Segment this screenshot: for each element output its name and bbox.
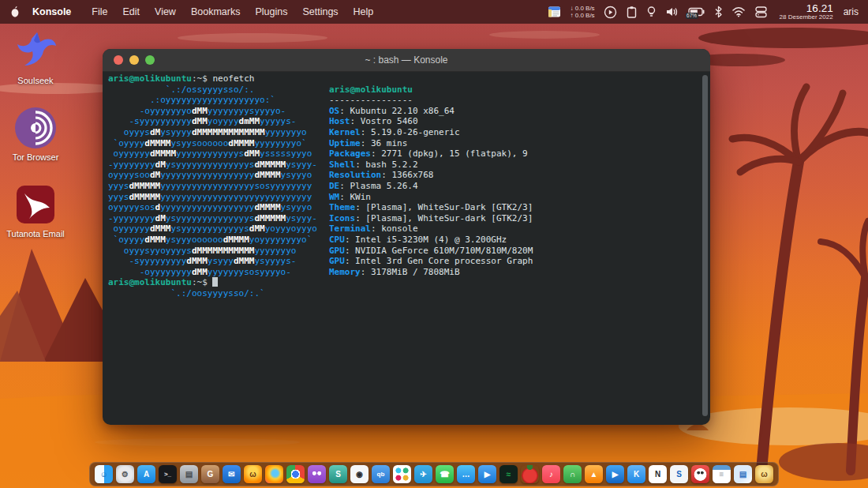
menubar: Konsole FileEditViewBookmarksPluginsSett… bbox=[0, 0, 868, 24]
neofetch-info-row: Kernel: 5.19.0-26-generic bbox=[329, 127, 533, 138]
bluetooth-icon[interactable] bbox=[714, 6, 723, 18]
desktop-icon-column: Soulseek Tor Browser Tutanota Email bbox=[2, 28, 69, 258]
telegram-icon[interactable]: ✈ bbox=[414, 465, 432, 483]
spotify-icon[interactable]: ≈ bbox=[499, 465, 518, 483]
neofetch-info-row: CPU: Intel i5-3230M (4) @ 3.200GHz bbox=[329, 235, 533, 246]
gimp-icon[interactable]: G bbox=[201, 465, 219, 483]
desktop-icon-soulseek[interactable]: Soulseek bbox=[2, 28, 69, 105]
chrome-icon[interactable] bbox=[286, 465, 305, 483]
word-document-icon[interactable]: ▤ bbox=[734, 465, 752, 483]
clipboard-icon[interactable] bbox=[626, 6, 638, 19]
apple-menu-icon[interactable] bbox=[9, 6, 21, 18]
ascii-art-tail: `.:/oosyyyysso/:.` bbox=[108, 288, 265, 299]
vlc-icon[interactable]: ▲ bbox=[585, 465, 603, 483]
qbittorrent-icon[interactable]: qb bbox=[372, 465, 390, 483]
wifi-icon[interactable] bbox=[731, 6, 746, 17]
neofetch-info-row: Host: Vostro 5460 bbox=[329, 116, 533, 127]
media-play-icon[interactable] bbox=[604, 6, 617, 19]
menubar-menu-edit[interactable]: Edit bbox=[122, 6, 140, 17]
notion-icon[interactable]: N bbox=[649, 465, 667, 483]
system-tray: ↓ 0.0 B/s ↑ 0.0 B/s bbox=[548, 3, 859, 21]
clock-time: 16.21 bbox=[780, 3, 833, 14]
neofetch-info-row: Packages: 2771 (dpkg), 15 (flatpak), 9 bbox=[329, 148, 533, 160]
disk-utility-icon[interactable]: ▤ bbox=[180, 465, 198, 483]
close-button[interactable] bbox=[114, 55, 123, 65]
neofetch-info-row: Memory: 3178MiB / 7808MiB bbox=[329, 267, 533, 278]
desktop-icon-label: Soulseek bbox=[2, 76, 69, 85]
whatsapp-icon[interactable]: ☎ bbox=[436, 465, 454, 483]
brave-icon[interactable]: ω bbox=[244, 465, 262, 483]
clock-date: 28 Desember 2022 bbox=[780, 14, 833, 21]
menubar-menu-file[interactable]: File bbox=[92, 6, 107, 17]
terminal-icon[interactable]: >_ bbox=[159, 465, 177, 483]
minimize-button[interactable] bbox=[129, 55, 139, 65]
slack-icon[interactable] bbox=[393, 465, 411, 483]
tutanota-icon bbox=[2, 182, 69, 227]
purple-face-app-icon[interactable] bbox=[308, 465, 326, 483]
swirl-s-app-icon[interactable]: S bbox=[670, 465, 688, 483]
menubar-menu-plugins[interactable]: Plugins bbox=[255, 6, 287, 17]
desktop-icon-label: Tor Browser bbox=[2, 152, 69, 162]
neofetch-info-row: GPU: NVIDIA GeForce 610M/710M/810M/820M bbox=[329, 246, 533, 257]
neofetch-info-row: DE: Plasma 5.26.4 bbox=[329, 181, 533, 192]
media-player-icon[interactable]: ▶ bbox=[606, 465, 624, 483]
dock: ☺⚙A>_▤G✉ωS◉qb✈☎…▶≈♪∩▲▶KNS≡▤ω bbox=[89, 462, 779, 486]
desktop-icon-tor-browser[interactable]: Tor Browser bbox=[2, 105, 69, 182]
firefox-icon[interactable] bbox=[265, 465, 283, 483]
1password-icon[interactable]: ◉ bbox=[350, 465, 369, 483]
konsole-window: ~ : bash — Konsole aris@molikubuntu:~$ n… bbox=[103, 49, 710, 425]
terminal-content[interactable]: aris@molikubuntu:~$ neofetch `.:/ossyyyy… bbox=[103, 72, 710, 425]
lamp-icon[interactable] bbox=[646, 6, 657, 19]
menubar-menus: FileEditViewBookmarksPluginsSettingsHelp bbox=[92, 6, 373, 17]
battery-percent-badge: 67% bbox=[686, 13, 698, 19]
kdeconnect-icon[interactable] bbox=[754, 6, 768, 18]
tor-browser-icon bbox=[2, 105, 69, 151]
neofetch-info-row: Icons: [Plasma], WhiteSur-dark [GTK2/3] bbox=[329, 213, 533, 224]
menubar-menu-view[interactable]: View bbox=[155, 6, 176, 17]
down-arrow-icon: ↓ bbox=[570, 5, 573, 12]
neofetch-info-row: Resolution: 1366x768 bbox=[329, 170, 533, 181]
apple-music-icon[interactable]: ♪ bbox=[542, 465, 560, 483]
window-title: ~ : bash — Konsole bbox=[365, 54, 447, 66]
window-titlebar[interactable]: ~ : bash — Konsole bbox=[103, 49, 710, 72]
battery-icon[interactable]: 67% bbox=[688, 6, 705, 17]
desktop-icon-tutanota[interactable]: Tutanota Email bbox=[2, 182, 69, 258]
neofetch-info-row: Theme: [Plasma], WhiteSur-Dark [GTK2/3] bbox=[329, 202, 533, 213]
clock-widget[interactable]: 16.21 28 Desember 2022 bbox=[780, 3, 833, 21]
squirrel-app-icon[interactable]: S bbox=[329, 465, 347, 483]
kdenlive-icon[interactable]: K bbox=[627, 465, 645, 483]
facetime-icon[interactable]: ▶ bbox=[478, 465, 496, 483]
neofetch-separator: ---------------- bbox=[329, 95, 533, 106]
neofetch-info-row: Shell: bash 5.2.2 bbox=[329, 160, 533, 171]
neofetch-info-row: Terminal: konsole bbox=[329, 223, 533, 235]
messages-icon[interactable]: … bbox=[457, 465, 475, 483]
volume-icon[interactable] bbox=[665, 6, 679, 18]
thunderbird-icon[interactable]: ✉ bbox=[223, 465, 241, 483]
menubar-menu-settings[interactable]: Settings bbox=[302, 6, 338, 17]
user-menu[interactable]: aris bbox=[844, 6, 859, 17]
scrollbar-thumb[interactable] bbox=[702, 75, 708, 416]
menubar-menu-help[interactable]: Help bbox=[354, 6, 374, 17]
menubar-menu-bookmarks[interactable]: Bookmarks bbox=[191, 6, 241, 17]
prompt-line-command: aris@molikubuntu:~$ neofetch bbox=[108, 73, 254, 84]
notes-window-icon[interactable]: ≡ bbox=[713, 465, 731, 483]
app-store-icon[interactable]: A bbox=[137, 465, 155, 483]
active-app-name: Konsole bbox=[32, 6, 71, 17]
neofetch-ascii-art: `.:/ossyyyysso/:. .:oyyyyyyyyyyyyyyyyyyo… bbox=[108, 84, 317, 278]
neofetch-info-row: WM: KWin bbox=[329, 192, 533, 203]
desktop-icon-label: Tutanota Email bbox=[2, 229, 69, 238]
maximize-button[interactable] bbox=[145, 55, 155, 65]
strawberry-icon[interactable] bbox=[521, 465, 539, 483]
system-settings-icon[interactable]: ⚙ bbox=[116, 465, 134, 483]
gold-lion-app-icon[interactable]: ω bbox=[755, 465, 773, 483]
finder-icon[interactable]: ☺ bbox=[95, 465, 113, 483]
calendar-icon[interactable] bbox=[548, 6, 561, 18]
soulseek-icon bbox=[2, 28, 69, 74]
net-up-value: 0.0 B/s bbox=[575, 12, 595, 19]
headphones-app-icon[interactable]: ∩ bbox=[563, 465, 582, 483]
ghostwriter-icon[interactable] bbox=[691, 465, 709, 483]
neofetch-info-row: OS: Kubuntu 22.10 x86_64 bbox=[329, 106, 533, 117]
net-down-value: 0.0 B/s bbox=[575, 5, 595, 12]
network-speed-widget[interactable]: ↓ 0.0 B/s ↑ 0.0 B/s bbox=[570, 5, 594, 19]
neofetch-info-row: Uptime: 36 mins bbox=[329, 138, 533, 149]
